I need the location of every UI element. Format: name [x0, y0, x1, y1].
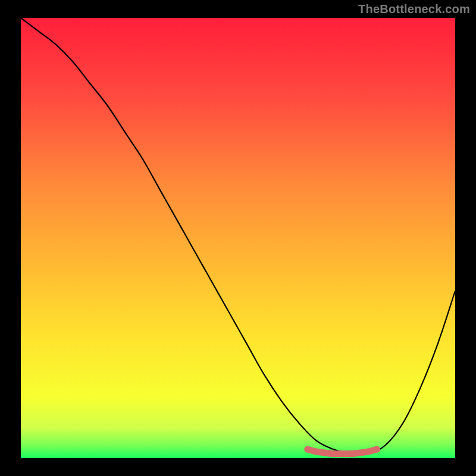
plot-background: [21, 18, 455, 458]
bottleneck-chart: [0, 0, 476, 476]
watermark-text: TheBottleneck.com: [358, 2, 470, 16]
chart-frame: TheBottleneck.com: [0, 0, 476, 476]
